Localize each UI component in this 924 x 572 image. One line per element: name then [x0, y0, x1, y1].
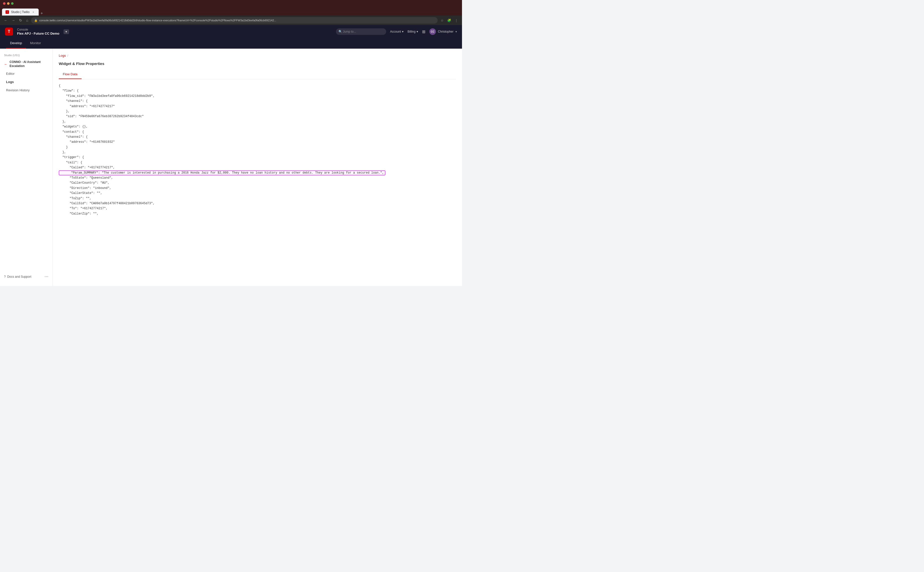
help-icon: ? — [4, 275, 6, 278]
json-line: "widgets": {}, — [59, 124, 456, 129]
new-tab-button[interactable]: + — [39, 11, 45, 16]
flow-data-tab-bar: Flow Data — [59, 70, 456, 79]
url-bar[interactable]: 🔒 console.twilio.com/us1/service/studio/… — [31, 17, 438, 23]
json-line: "flow": { — [59, 88, 456, 93]
sidebar: Studio (US1) ← CONNO - AI Assistant Esca… — [0, 49, 53, 286]
home-button[interactable]: ⌂ — [25, 17, 29, 23]
tab-close-button[interactable]: × — [32, 10, 35, 14]
forward-button[interactable]: → — [11, 17, 16, 23]
project-name: Flex APJ - Future CC Demo — [17, 32, 59, 36]
json-line: }, — [59, 119, 456, 124]
reload-button[interactable]: ↻ — [18, 17, 23, 23]
console-project: Console Flex APJ - Future CC Demo — [17, 28, 59, 36]
browser-frame: T Studio | Twilio × + ← → ↻ ⌂ 🔒 console.… — [0, 0, 462, 286]
sidebar-project-name: CONNO - AI Assistant Escalation — [9, 60, 48, 68]
url-text: console.twilio.com/us1/service/studio/FW… — [39, 19, 435, 22]
browser-titlebar — [0, 0, 462, 7]
sidebar-bottom: ? Docs and Support ⋯ — [0, 271, 53, 282]
json-line: "channel": { — [59, 134, 456, 140]
json-line: "address": "+61467601932" — [59, 140, 456, 145]
top-nav-right: 🔍 Account ▾ Billing ▾ ⊞ CC Christopher ▾ — [336, 28, 457, 35]
json-line: "ToState": "Queensland", — [59, 176, 456, 180]
menu-button[interactable]: ⋮ — [454, 17, 459, 23]
json-line: "flow_sid": "FW3a1bd3eefa0fa06cb69214218… — [59, 93, 456, 99]
billing-button[interactable]: Billing ▾ — [408, 30, 418, 33]
json-line: }, — [59, 150, 456, 155]
grid-icon[interactable]: ⊞ — [422, 30, 425, 34]
browser-tab-active[interactable]: T Studio | Twilio × — [2, 9, 39, 16]
close-dot[interactable] — [3, 2, 6, 5]
user-avatar: CC — [429, 28, 436, 35]
console-label: Console — [17, 28, 59, 31]
search-input[interactable] — [336, 28, 386, 35]
sidebar-back-icon[interactable]: ← — [4, 62, 8, 66]
account-label: Account — [390, 30, 401, 33]
content-area: Logs / Widget & Flow Properties Flow Dat… — [53, 49, 462, 286]
app-content: T Console Flex APJ - Future CC Demo ▾ 🔍 … — [0, 25, 462, 286]
project-dropdown-button[interactable]: ▾ — [64, 30, 69, 34]
json-line: "CallerZip": "", — [59, 211, 456, 216]
tab-develop[interactable]: Develop — [6, 38, 26, 48]
flow-data-tab[interactable]: Flow Data — [59, 70, 82, 79]
json-line: "CallSid": "CA09d7a0b14797f408421b097636… — [59, 201, 456, 206]
tab-favicon: T — [6, 10, 9, 14]
json-line: "channel": { — [59, 99, 456, 104]
json-line: "Param_SUMMARY": "The customer is intere… — [59, 170, 456, 176]
json-line: "To": "+61742774217", — [59, 206, 456, 211]
search-icon: 🔍 — [338, 30, 342, 33]
breadcrumb: Logs / — [59, 54, 456, 58]
sidebar-item-editor[interactable]: Editor — [2, 70, 50, 78]
develop-monitor-tabs: Develop Monitor — [0, 38, 462, 49]
user-name: Christopher — [438, 30, 453, 33]
json-line: { — [59, 83, 456, 88]
json-line: "CallerState": "", — [59, 191, 456, 196]
json-line: "address": "+61742774217" — [59, 104, 456, 109]
billing-arrow: ▾ — [416, 30, 418, 33]
docs-support-link[interactable]: ? Docs and Support — [4, 275, 31, 278]
section-title: Widget & Flow Properties — [59, 61, 456, 66]
browser-nav: ← → ↻ ⌂ 🔒 console.twilio.com/us1/service… — [0, 16, 462, 25]
breadcrumb-logs-link[interactable]: Logs — [59, 54, 66, 58]
tab-title: Studio | Twilio — [11, 10, 30, 14]
tab-monitor[interactable]: Monitor — [26, 38, 45, 48]
highlighted-json-line: "Param_SUMMARY": "The customer is intere… — [59, 170, 385, 176]
billing-label: Billing — [408, 30, 416, 33]
breadcrumb-separator: / — [67, 54, 68, 58]
json-line: "ToZip": "", — [59, 196, 456, 201]
sidebar-item-revision-history-label: Revision History — [6, 88, 30, 92]
json-line: } — [59, 145, 456, 150]
user-section: CC Christopher ▾ — [429, 28, 457, 35]
json-line: "Direction": "inbound", — [59, 186, 456, 191]
json-line: "Called": "+61742774217", — [59, 165, 456, 170]
json-line: "trigger": { — [59, 155, 456, 160]
extensions-button[interactable]: 🧩 — [446, 17, 452, 23]
more-options-button[interactable]: ⋯ — [44, 274, 48, 279]
account-button[interactable]: Account ▾ — [390, 30, 404, 33]
back-button[interactable]: ← — [3, 17, 9, 23]
json-line: "call": { — [59, 160, 456, 165]
json-container: { "flow": { "flow_sid": "FW3a1bd3eefa0fa… — [59, 83, 456, 216]
browser-tab-bar: T Studio | Twilio × + — [0, 7, 462, 16]
sidebar-section-label: Studio (US1) — [0, 53, 53, 59]
sidebar-item-revision-history[interactable]: Revision History — [2, 86, 50, 94]
sidebar-item-editor-label: Editor — [6, 72, 14, 76]
json-line: "sid": "FN459e06fa676eb387262b9234f4843c… — [59, 114, 456, 119]
sidebar-item-logs[interactable]: Logs — [2, 78, 50, 86]
sidebar-item-logs-label: Logs — [6, 80, 14, 84]
top-navigation: T Console Flex APJ - Future CC Demo ▾ 🔍 … — [0, 25, 462, 38]
json-line: "CallerCountry": "AU", — [59, 180, 456, 185]
user-dropdown-arrow[interactable]: ▾ — [455, 30, 457, 33]
search-wrapper: 🔍 — [336, 28, 386, 35]
nav-actions: ☆ 🧩 ⋮ — [439, 17, 459, 23]
account-arrow: ▾ — [402, 30, 404, 33]
json-line: "contact": { — [59, 129, 456, 134]
minimize-dot[interactable] — [7, 2, 9, 5]
main-layout: Studio (US1) ← CONNO - AI Assistant Esca… — [0, 49, 462, 286]
maximize-dot[interactable] — [11, 2, 14, 5]
twilio-logo: T — [5, 28, 13, 36]
sidebar-project: ← CONNO - AI Assistant Escalation — [0, 59, 53, 70]
docs-support-label: Docs and Support — [7, 275, 31, 278]
bookmark-button[interactable]: ☆ — [439, 17, 445, 23]
json-line: }, — [59, 109, 456, 114]
lock-icon: 🔒 — [34, 19, 37, 22]
